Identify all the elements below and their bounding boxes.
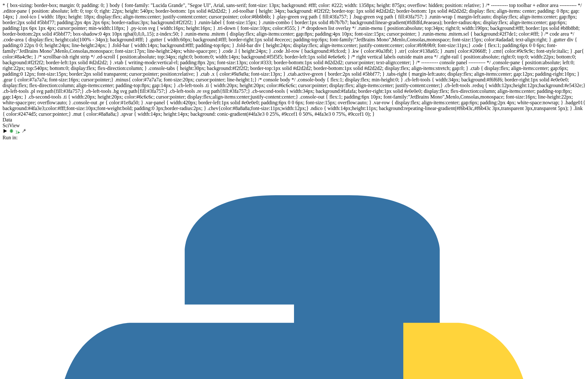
- run-in-combo[interactable]: random ▼: [3, 141, 585, 379]
- wrench-icon[interactable]: [22, 129, 27, 134]
- run-in-label: Run in:: [3, 135, 18, 140]
- debug-icon[interactable]: [9, 129, 15, 134]
- run-cursor-icon[interactable]: I▶: [15, 130, 20, 134]
- editor-toolbar: I▶ Run in: random ▼ New Console: [3, 128, 585, 379]
- run-in-selector: Run in: random ▼: [3, 135, 585, 379]
- tab-data[interactable]: Data: [3, 117, 585, 123]
- run-icon[interactable]: [3, 129, 9, 134]
- tab-sciview[interactable]: SciView: [3, 123, 585, 128]
- editor-pane: I▶ Run in: random ▼ New Console: [3, 128, 585, 379]
